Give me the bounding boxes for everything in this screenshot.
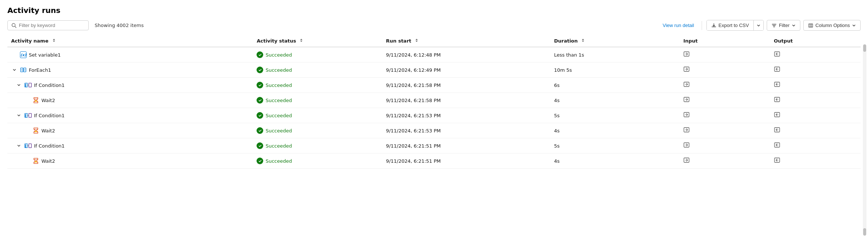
output-cell xyxy=(770,63,861,78)
output-icon[interactable] xyxy=(774,67,780,74)
input-icon[interactable] xyxy=(683,67,690,74)
input-icon[interactable] xyxy=(683,128,690,135)
activity-status-cell: Succeeded xyxy=(253,153,382,169)
activity-runs-table: Activity name Activity status xyxy=(7,35,861,169)
export-csv-split-button[interactable]: Export to CSV xyxy=(706,20,764,31)
activity-runs-page: Activity runs Showing 4002 items View ru… xyxy=(0,0,868,243)
activity-status-cell: Succeeded xyxy=(253,93,382,108)
duration-cell: 4s xyxy=(550,153,680,169)
view-run-detail-button[interactable]: View run detail xyxy=(660,20,697,30)
col-header-activity-status[interactable]: Activity status xyxy=(253,35,382,47)
duration-cell: 4s xyxy=(550,93,680,108)
run-start-value: 9/11/2024, 6:21:58 PM xyxy=(386,82,441,88)
scrollbar-track[interactable] xyxy=(863,44,867,236)
output-cell xyxy=(770,78,861,93)
duration-value: Less than 1s xyxy=(554,52,584,58)
col-header-run-start[interactable]: Run start xyxy=(382,35,550,47)
run-start-cell: 9/11/2024, 6:12:49 PM xyxy=(382,63,550,78)
activity-status-cell: Succeeded xyxy=(253,123,382,138)
success-circle xyxy=(257,82,263,88)
output-cell xyxy=(770,108,861,123)
sort-icon-run-start xyxy=(414,38,419,43)
ifcond-icon xyxy=(24,82,32,88)
scrollbar-thumb-bottom[interactable] xyxy=(863,228,866,236)
search-box[interactable] xyxy=(7,20,89,30)
toolbar: Showing 4002 items View run detail Expor… xyxy=(7,20,861,31)
activity-name-cell: If Condition1 xyxy=(7,108,253,123)
activity-name-label: If Condition1 xyxy=(34,143,65,149)
success-circle xyxy=(257,142,263,149)
output-icon[interactable] xyxy=(774,158,780,165)
output-cell xyxy=(770,138,861,153)
success-circle xyxy=(257,158,263,164)
run-start-cell: 9/11/2024, 6:21:58 PM xyxy=(382,78,550,93)
input-cell xyxy=(679,123,770,138)
input-icon[interactable] xyxy=(683,143,690,150)
activity-name-label: Set variable1 xyxy=(29,52,61,58)
input-cell xyxy=(679,153,770,169)
activity-name-label: Wait2 xyxy=(41,158,55,164)
input-cell xyxy=(679,63,770,78)
status-label: Succeeded xyxy=(265,128,292,134)
output-cell xyxy=(770,153,861,169)
svg-rect-25 xyxy=(29,114,31,118)
duration-value: 5s xyxy=(554,143,560,149)
input-icon[interactable] xyxy=(683,158,690,165)
output-icon[interactable] xyxy=(774,52,780,59)
expand-row-button[interactable] xyxy=(11,67,18,72)
duration-cell: 5s xyxy=(550,108,680,123)
search-icon xyxy=(11,23,17,28)
column-options-button[interactable]: Column Options xyxy=(803,20,861,31)
output-icon[interactable] xyxy=(774,97,780,104)
table-header-row: Activity name Activity status xyxy=(7,35,861,47)
activity-name-label: Wait2 xyxy=(41,98,55,103)
download-icon xyxy=(711,23,716,28)
activity-status-cell: Succeeded xyxy=(253,47,382,63)
activity-name-cell: (x) Set variable1 xyxy=(7,47,253,63)
item-count: Showing 4002 items xyxy=(95,23,144,28)
activity-name-cell: Wait2 xyxy=(7,153,253,169)
duration-cell: Less than 1s xyxy=(550,47,680,63)
status-label: Succeeded xyxy=(265,82,292,88)
input-icon[interactable] xyxy=(683,97,690,104)
activity-status-cell: Succeeded xyxy=(253,78,382,93)
table-row: (x) Set variable1 Succeeded 9/11/2024, 6… xyxy=(7,47,861,63)
input-icon[interactable] xyxy=(683,112,690,119)
duration-value: 4s xyxy=(554,158,560,164)
output-icon[interactable] xyxy=(774,143,780,150)
duration-cell: 5s xyxy=(550,138,680,153)
toolbar-left: Showing 4002 items xyxy=(7,20,657,30)
wait-icon xyxy=(33,97,39,104)
expand-row-button[interactable] xyxy=(16,143,22,148)
export-csv-button[interactable]: Export to CSV xyxy=(707,20,753,30)
sort-icon-activity-status xyxy=(299,38,304,43)
svg-line-1 xyxy=(15,26,16,28)
output-cell xyxy=(770,123,861,138)
status-label: Succeeded xyxy=(265,67,292,73)
expand-row-button[interactable] xyxy=(16,113,22,118)
input-icon[interactable] xyxy=(683,52,690,59)
wait-icon xyxy=(33,127,39,134)
run-start-cell: 9/11/2024, 6:21:58 PM xyxy=(382,93,550,108)
success-circle xyxy=(257,97,263,104)
output-icon[interactable] xyxy=(774,82,780,89)
column-options-icon xyxy=(808,23,813,28)
status-label: Succeeded xyxy=(265,143,292,149)
input-cell xyxy=(679,47,770,63)
scrollbar-thumb-top[interactable] xyxy=(863,44,866,52)
output-icon[interactable] xyxy=(774,112,780,119)
run-start-value: 9/11/2024, 6:21:58 PM xyxy=(386,98,441,103)
table-row: If Condition1 Succeeded 9/11/2024, 6:21:… xyxy=(7,138,861,153)
col-header-duration[interactable]: Duration xyxy=(550,35,680,47)
input-cell xyxy=(679,93,770,108)
search-input[interactable] xyxy=(19,23,85,28)
filter-button[interactable]: Filter xyxy=(767,20,800,31)
activity-status-cell: Succeeded xyxy=(253,63,382,78)
export-csv-chevron[interactable] xyxy=(753,20,763,30)
output-cell xyxy=(770,47,861,63)
output-icon[interactable] xyxy=(774,128,780,135)
input-icon[interactable] xyxy=(683,82,690,89)
activity-name-cell: If Condition1 xyxy=(7,138,253,153)
col-header-activity-name[interactable]: Activity name xyxy=(7,35,253,47)
expand-row-button[interactable] xyxy=(16,82,22,88)
